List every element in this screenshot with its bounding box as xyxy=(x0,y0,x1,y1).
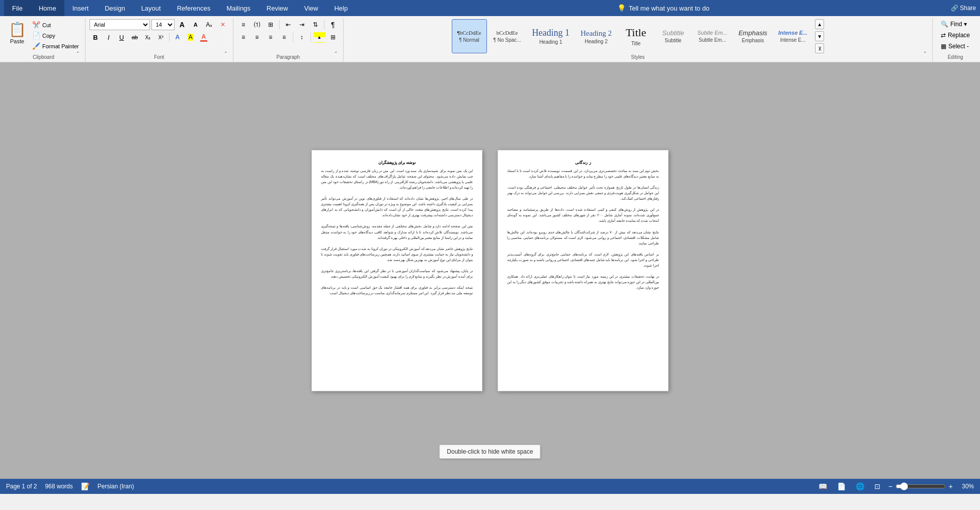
read-mode-button[interactable]: 📖 xyxy=(816,481,829,491)
multilevel-button[interactable]: ⊞ xyxy=(265,19,277,30)
sort-button[interactable]: ⇅ xyxy=(309,19,321,30)
bullets-button[interactable]: ≡ xyxy=(237,19,250,30)
subscript-button[interactable]: X₂ xyxy=(142,32,154,43)
change-case-button[interactable]: Aₐ xyxy=(203,19,215,30)
font-expand[interactable]: ⌄ xyxy=(224,49,228,54)
web-layout-button[interactable]: 🌐 xyxy=(854,481,866,491)
increase-indent-button[interactable]: ⇥ xyxy=(296,19,308,30)
zoom-slider[interactable] xyxy=(895,482,946,490)
tab-references[interactable]: References xyxy=(169,0,218,16)
select-icon: ▦ xyxy=(941,43,946,50)
copy-button[interactable]: 📄 Copy xyxy=(30,31,81,40)
replace-button[interactable]: ⇄ Replace xyxy=(937,30,974,40)
align-right-button[interactable]: ≡ xyxy=(265,32,277,43)
separator xyxy=(169,33,170,42)
font-row-1: Arial 14 A A Aₐ ✕ xyxy=(90,19,229,30)
bold-button[interactable]: B xyxy=(90,32,102,43)
zoom-in-button[interactable]: + xyxy=(949,482,953,490)
justify-button[interactable]: ≡ xyxy=(278,32,290,43)
style-normal-preview: ¶bCcDdEe xyxy=(457,30,481,36)
paste-label: Paste xyxy=(10,38,24,44)
page2-content[interactable]: بخش دوم این سند به مباحث تخصصی‌تری می‌پر… xyxy=(507,168,659,290)
font-size-select[interactable]: 14 xyxy=(151,19,175,30)
word-count: 968 words xyxy=(45,483,72,490)
format-painter-button[interactable]: 🖌️ Format Painter xyxy=(30,41,81,51)
status-right: 📖 📄 🌐 ⊡ − + 30% xyxy=(816,481,974,491)
style-intense-em[interactable]: Intense E... Intense E... xyxy=(774,19,812,53)
clipboard-group: 📋 Paste ✂️ Cut 📄 Copy 🖌️ Format Painter xyxy=(2,18,86,62)
clear-format-button[interactable]: ✕ xyxy=(217,19,229,30)
tab-insert[interactable]: Insert xyxy=(64,0,97,16)
font-shrink-button[interactable]: A xyxy=(190,19,202,30)
styles-expand[interactable]: ⌄ xyxy=(923,49,927,54)
style-normal-label: ¶ Normal xyxy=(459,37,479,43)
decrease-indent-button[interactable]: ⇤ xyxy=(282,19,294,30)
style-heading2[interactable]: Heading 2 Heading 2 xyxy=(576,19,616,53)
show-formatting-button[interactable]: ¶ xyxy=(327,19,339,30)
style-title[interactable]: Title Title xyxy=(618,19,654,53)
tab-mailings[interactable]: Mailings xyxy=(218,0,259,16)
tab-help[interactable]: Help xyxy=(326,0,356,16)
replace-icon: ⇄ xyxy=(941,32,946,39)
superscript-button[interactable]: X² xyxy=(155,32,167,43)
style-normal[interactable]: ¶bCcDdEe ¶ Normal xyxy=(452,19,487,53)
font-name-select[interactable]: Arial xyxy=(90,19,150,30)
numbering-button[interactable]: ⑴ xyxy=(251,19,263,30)
tell-me-bar[interactable]: 💡 Tell me what you want to do xyxy=(376,4,950,12)
paragraph-expand[interactable]: ⌄ xyxy=(334,49,338,54)
cut-button[interactable]: ✂️ Cut xyxy=(30,20,81,30)
text-highlight-button[interactable]: A xyxy=(185,32,197,43)
style-subtle-em-preview: Subtle Em... xyxy=(697,30,727,36)
style-heading1[interactable]: Heading 1 Heading 1 xyxy=(527,19,574,53)
styles-more[interactable]: ⊻ xyxy=(815,43,824,53)
editing-group: 🔍 Find ▾ ⇄ Replace ▦ Select - Editing xyxy=(933,18,978,62)
align-center-button[interactable]: ≡ xyxy=(251,32,263,43)
share-button[interactable]: 🔗 Share xyxy=(951,5,976,12)
style-subtle-em[interactable]: Subtle Em... Subtle Em... xyxy=(693,19,732,53)
tab-home[interactable]: Home xyxy=(31,0,64,16)
style-no-spacing[interactable]: bCcDdEe ¶ No Spac... xyxy=(489,19,526,53)
style-h2-preview: Heading 2 xyxy=(581,29,612,38)
title-tabs: File Home Insert Design Layout Reference… xyxy=(4,0,356,16)
page1-content[interactable]: این یک متن نمونه برای شبیه‌سازی یک سند و… xyxy=(321,168,473,296)
select-button[interactable]: ▦ Select - xyxy=(937,41,973,51)
style-emphasis-preview: Emphasis xyxy=(739,29,767,37)
style-subtitle[interactable]: Subtitle Subtitle xyxy=(656,19,691,53)
zoom-percent[interactable]: 30% xyxy=(956,483,974,490)
tab-file[interactable]: File xyxy=(4,0,31,16)
format-painter-icon: 🖌️ xyxy=(32,42,40,50)
font-format-row: B I U ab X₂ X² A A A xyxy=(90,32,210,43)
strikethrough-button[interactable]: ab xyxy=(129,32,141,43)
proofing-icon[interactable]: 📝 xyxy=(81,482,90,490)
zoom-out-button[interactable]: − xyxy=(888,482,892,490)
font-grow-button[interactable]: A xyxy=(176,19,188,30)
tab-review[interactable]: Review xyxy=(259,0,296,16)
font-color-button[interactable]: A xyxy=(198,32,210,43)
tab-design[interactable]: Design xyxy=(97,0,133,16)
styles-scroll-up[interactable]: ▲ xyxy=(815,19,824,29)
print-layout-button[interactable]: 📄 xyxy=(835,481,848,491)
styles-scroll-down[interactable]: ▼ xyxy=(815,31,824,41)
cut-icon: ✂️ xyxy=(32,21,40,29)
italic-button[interactable]: I xyxy=(103,32,115,43)
line-spacing-button[interactable]: ↕ xyxy=(296,32,308,43)
tab-layout[interactable]: Layout xyxy=(133,0,169,16)
editing-label: Editing xyxy=(948,53,963,62)
clipboard-label: Clipboard xyxy=(33,53,54,62)
underline-button[interactable]: U xyxy=(116,32,128,43)
text-effects-button[interactable]: A xyxy=(172,32,184,43)
find-button[interactable]: 🔍 Find ▾ xyxy=(937,19,971,29)
clipboard-expand[interactable]: ⌄ xyxy=(76,49,80,54)
tab-view[interactable]: View xyxy=(296,0,326,16)
paste-button[interactable]: 📋 Paste xyxy=(6,19,28,45)
title-bar-right: 🔗 Share xyxy=(951,5,976,12)
language[interactable]: Persian (Iran) xyxy=(98,483,134,490)
paragraph-label: Paragraph xyxy=(276,53,300,62)
style-emphasis[interactable]: Emphasis Emphasis xyxy=(734,19,772,53)
focus-button[interactable]: ⊡ xyxy=(872,481,882,491)
align-left-button[interactable]: ≡ xyxy=(237,32,250,43)
borders-button[interactable]: ⊞ xyxy=(327,32,339,43)
shading-button[interactable]: ▲ xyxy=(313,32,325,43)
double-click-tooltip: Double-click to hide white space xyxy=(439,445,540,459)
copy-icon: 📄 xyxy=(32,32,40,39)
